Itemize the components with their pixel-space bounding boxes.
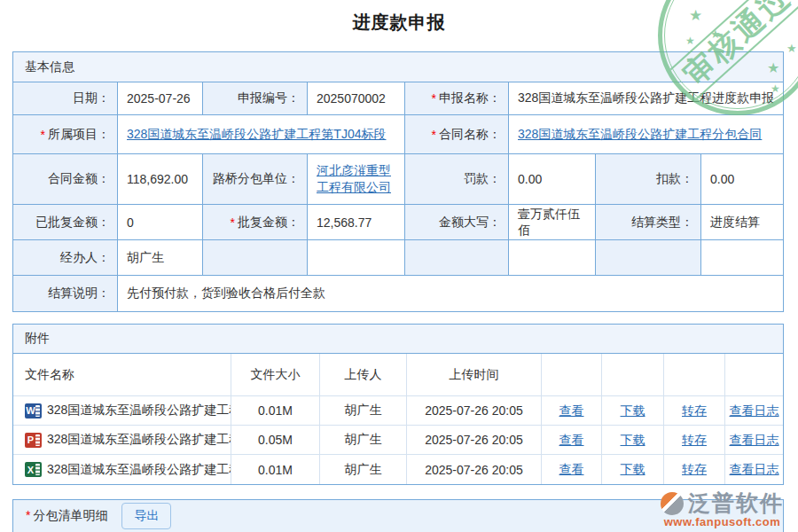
contract-amount-label: 合同金额： [13, 154, 118, 205]
col-header-action [664, 354, 725, 396]
upload-time: 2025-07-26 20:05 [407, 396, 542, 426]
col-header-file-name: 文件名称 [13, 354, 231, 396]
subcontract-unit-value: 河北彦漼重型工程有限公司 [308, 154, 405, 205]
empty-value-cell [509, 240, 596, 276]
settlement-type-label: 结算类型： [596, 205, 701, 240]
subcontract-unit-link[interactable]: 河北彦漼重型工程有限公司 [317, 162, 399, 196]
required-icon: * [231, 215, 235, 230]
brand-logo-icon [661, 492, 684, 515]
file-size: 0.01M [231, 455, 320, 484]
empty-label-cell [405, 240, 509, 276]
file-name-cell: P 328国道城东至温峤段公路扩建工程 [13, 426, 231, 455]
approved-done-label: 已批复金额： [13, 205, 118, 240]
attachments-section-title: 附件 [13, 325, 783, 354]
empty-value-cell [308, 240, 405, 276]
basic-info-section: 基本信息 日期： 2025-07-26 申报编号： 2025070002 *申报… [12, 51, 784, 312]
view-log-link[interactable]: 查看日志 [730, 461, 779, 478]
operator-value: 胡广生 [118, 240, 203, 276]
col-header-action [725, 354, 783, 396]
view-log-link[interactable]: 查看日志 [730, 432, 779, 449]
download-link[interactable]: 下载 [621, 403, 645, 419]
attachment-row: W 328国道城东至温峤段公路扩建工程 0.01M 胡广生 2025-07-26… [13, 396, 783, 426]
transfer-save-link[interactable]: 转存 [682, 461, 707, 478]
project-link[interactable]: 328国道城东至温峤段公路扩建工程第TJ04标段 [127, 126, 386, 143]
contract-link[interactable]: 328国道城东至温峤段公路扩建工程分包合同 [518, 126, 762, 143]
brand-url: www.fanpusoft.com [661, 515, 784, 528]
download-link[interactable]: 下载 [621, 432, 645, 449]
view-link[interactable]: 查看 [559, 432, 584, 449]
penalty-value: 0.00 [509, 154, 596, 205]
basic-info-section-title: 基本信息 [13, 52, 783, 82]
settlement-type-value: 进度结算 [701, 205, 783, 240]
deduction-label: 扣款： [596, 154, 701, 205]
transfer-save-link[interactable]: 转存 [682, 403, 707, 419]
file-name-cell: X 328国道城东至温峤段公路扩建工程 [13, 455, 231, 484]
download-link[interactable]: 下载 [621, 461, 645, 478]
empty-value-cell [701, 240, 783, 276]
upload-time: 2025-07-26 20:05 [407, 455, 542, 484]
excel-file-icon: X [25, 462, 42, 477]
required-icon: * [432, 91, 436, 106]
contract-name-value: 328国道城东至温峤段公路扩建工程分包合同 [509, 115, 783, 154]
file-size: 0.01M [231, 396, 320, 426]
page-title: 进度款申报 [0, 0, 798, 35]
approved-amount-value: 12,568.77 [308, 205, 405, 240]
approved-done-value: 0 [118, 205, 203, 240]
empty-label-cell [203, 240, 308, 276]
contract-amount-value: 118,692.00 [118, 154, 203, 205]
upload-time: 2025-07-26 20:05 [407, 426, 542, 455]
attachment-row: X 328国道城东至温峤段公路扩建工程 0.01M 胡广生 2025-07-26… [13, 455, 783, 484]
view-link[interactable]: 查看 [559, 403, 584, 419]
required-icon: * [26, 508, 30, 522]
amount-in-words-label: 金额大写： [405, 205, 509, 240]
penalty-label: 罚款： [405, 154, 509, 205]
view-link[interactable]: 查看 [559, 461, 584, 478]
required-icon: * [432, 128, 436, 142]
settlement-note-label: 结算说明： [13, 276, 118, 311]
transfer-save-link[interactable]: 转存 [682, 432, 707, 449]
declaration-name-value: 328国道城东至温峤段公路扩建工程进度款申报 [509, 82, 783, 115]
star-icon: ★ [786, 42, 797, 55]
empty-label-cell [596, 240, 701, 276]
word-file-icon: W [25, 403, 42, 419]
declaration-no-label: 申报编号： [203, 82, 308, 115]
operator-label: 经办人： [13, 240, 118, 276]
star-icon: ★ [685, 35, 695, 47]
declaration-name-label: *申报名称： [405, 82, 509, 115]
export-button[interactable]: 导出 [121, 503, 171, 529]
settlement-note-value: 先付预付款，货到验收合格后付全款 [118, 276, 783, 311]
date-value: 2025-07-26 [118, 82, 203, 115]
date-label: 日期： [13, 82, 118, 115]
col-header-file-size: 文件大小 [231, 354, 320, 396]
uploader: 胡广生 [320, 396, 407, 426]
declaration-no-value: 2025070002 [308, 82, 405, 115]
attachments-header-row: 文件名称 文件大小 上传人 上传时间 [13, 354, 783, 396]
project-label: *所属项目： [13, 115, 118, 154]
deduction-value: 0.00 [701, 154, 783, 205]
view-log-link[interactable]: 查看日志 [730, 403, 779, 419]
attachments-section: 附件 文件名称 文件大小 上传人 上传时间 W 328国道城东至温峤段公路扩建工… [12, 324, 784, 485]
subcontract-detail-label: 分包清单明细 [33, 508, 107, 524]
file-name: 328国道城东至温峤段公路扩建工程 [47, 403, 231, 419]
project-value: 328国道城东至温峤段公路扩建工程第TJ04标段 [118, 115, 405, 154]
pdf-file-icon: P [25, 433, 42, 448]
contract-name-label: *合同名称： [405, 115, 509, 154]
subcontract-unit-label: 路桥分包单位： [203, 154, 308, 205]
col-header-uploader: 上传人 [320, 354, 407, 396]
uploader: 胡广生 [320, 426, 407, 455]
brand-name: 泛普软件 [688, 489, 784, 518]
col-header-upload-time: 上传时间 [407, 354, 542, 396]
file-name-cell: W 328国道城东至温峤段公路扩建工程 [13, 396, 231, 426]
file-name: 328国道城东至温峤段公路扩建工程 [47, 462, 231, 478]
required-icon: * [41, 128, 45, 142]
approved-amount-label: *批复金额： [203, 205, 308, 240]
col-header-action [542, 354, 602, 396]
file-name: 328国道城东至温峤段公路扩建工程 [47, 432, 231, 448]
file-size: 0.05M [231, 426, 320, 455]
uploader: 胡广生 [320, 455, 407, 484]
col-header-action [602, 354, 664, 396]
attachment-row: P 328国道城东至温峤段公路扩建工程 0.05M 胡广生 2025-07-26… [13, 426, 783, 455]
basic-info-grid: 日期： 2025-07-26 申报编号： 2025070002 *申报名称： 3… [13, 82, 783, 311]
brand-watermark: 泛普软件 www.fanpusoft.com [661, 489, 784, 528]
amount-in-words-value: 壹万贰仟伍佰 [509, 205, 596, 240]
